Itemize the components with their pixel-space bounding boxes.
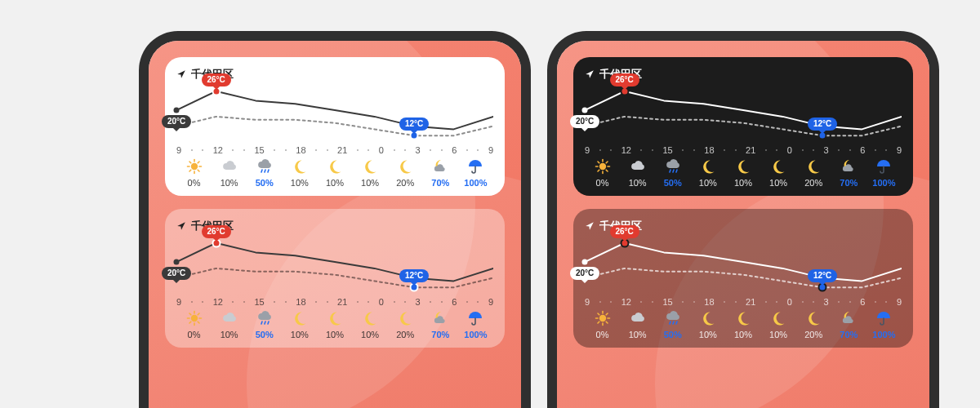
condition-cell: [282, 158, 317, 175]
hour-tick-dot: [232, 301, 234, 303]
hour-label: 9: [176, 145, 181, 155]
temp-badge-high: 26°C: [610, 73, 639, 86]
hour-tick-dot: [441, 301, 443, 303]
hour-tick-dot: [466, 149, 468, 151]
hour-tick-dot: [285, 301, 287, 303]
cloud-rain-icon: [256, 310, 273, 326]
hour-label: 9: [176, 297, 181, 307]
condition-cell: [212, 310, 247, 326]
condition-cell: [176, 310, 212, 326]
condition-cell: [317, 310, 352, 326]
condition-cell: [585, 310, 620, 326]
precip-value: 70%: [423, 178, 458, 188]
hour-axis: 9121518210369: [585, 145, 902, 155]
hour-tick-dot: [875, 301, 876, 303]
umbrella-icon: [875, 310, 892, 326]
hour-label: 12: [213, 297, 223, 307]
precip-row: 0%10%50%10%10%10%20%70%100%: [585, 330, 902, 339]
hour-tick-dot: [404, 149, 406, 151]
condition-cell: [725, 158, 760, 175]
hour-tick-dot: [724, 301, 725, 303]
hour-tick-dot: [735, 301, 737, 303]
condition-cell: [458, 310, 493, 326]
precip-value: 10%: [620, 178, 655, 188]
hour-tick-dot: [441, 149, 443, 151]
moon-cloud-icon: [840, 158, 857, 175]
hour-label: 12: [621, 145, 631, 155]
moon-icon: [327, 158, 343, 175]
temp-badge-high: 26°C: [202, 73, 231, 86]
precip-value: 10%: [725, 330, 760, 339]
hour-label: 0: [787, 297, 792, 307]
condition-cell: [761, 158, 796, 175]
precip-row: 0%10%50%10%10%10%20%70%100%: [176, 330, 493, 339]
weather-widget[interactable]: 千代田区 20°C 26°C 12°C 9121518210369 0%10%5…: [165, 209, 505, 348]
chart-point-start: [582, 108, 588, 113]
condition-cell: [690, 310, 725, 326]
hour-label: 21: [337, 145, 347, 155]
hour-tick-dot: [599, 301, 601, 303]
hour-tick-dot: [368, 149, 369, 151]
hour-tick-dot: [682, 301, 684, 303]
hour-tick-dot: [274, 301, 275, 303]
hour-tick-dot: [849, 301, 851, 303]
hour-label: 12: [621, 297, 631, 307]
hour-tick-dot: [610, 301, 612, 303]
moon-icon: [770, 158, 786, 175]
temp-badge-low: 12°C: [808, 269, 837, 282]
sun-icon: [595, 310, 611, 326]
precip-row: 0%10%50%10%10%10%20%70%100%: [585, 178, 902, 188]
condition-cell: [831, 158, 866, 175]
hour-tick-dot: [430, 301, 431, 303]
moon-icon: [362, 310, 378, 326]
sun-icon: [595, 158, 611, 175]
condition-cell: [866, 158, 902, 175]
condition-cell: [655, 158, 690, 175]
precip-value: 10%: [690, 330, 725, 339]
location-arrow-icon: [585, 69, 595, 79]
precip-row: 0%10%50%10%10%10%20%70%100%: [176, 178, 493, 188]
sun-icon: [186, 158, 203, 175]
precip-value: 50%: [655, 178, 690, 188]
hour-label: 0: [379, 145, 384, 155]
hour-tick-dot: [274, 149, 275, 151]
hour-tick-dot: [430, 149, 431, 151]
hour-label: 0: [787, 145, 792, 155]
hour-label: 21: [746, 297, 755, 307]
cloud-rain-icon: [256, 158, 273, 175]
precip-value: 50%: [247, 178, 282, 188]
hour-tick-dot: [652, 149, 653, 151]
temperature-chart: 20°C 26°C 12°C: [176, 85, 493, 142]
hour-tick-dot: [357, 149, 359, 151]
hour-label: 6: [452, 145, 457, 155]
condition-row: [176, 310, 493, 326]
hour-tick-dot: [802, 301, 804, 303]
hour-tick-dot: [202, 149, 203, 151]
weather-widget[interactable]: 千代田区 20°C 26°C 12°C 9121518210369 0%10%5…: [573, 209, 913, 348]
hour-tick-dot: [724, 149, 725, 151]
hour-tick-dot: [610, 149, 612, 151]
weather-widget[interactable]: 千代田区 20°C 26°C 12°C 9121518210369 0%10%5…: [165, 57, 505, 196]
condition-cell: [620, 158, 655, 175]
hour-tick-dot: [466, 301, 468, 303]
hour-tick-dot: [640, 301, 642, 303]
precip-value: 0%: [585, 178, 620, 188]
hour-tick-dot: [765, 301, 767, 303]
umbrella-icon: [467, 310, 483, 326]
hour-tick-dot: [477, 149, 479, 151]
hour-label: 9: [897, 145, 902, 155]
condition-cell: [866, 310, 902, 326]
hour-tick-dot: [243, 301, 245, 303]
weather-widget[interactable]: 千代田区 20°C 26°C 12°C 9121518210369 0%10%5…: [573, 57, 913, 196]
hour-tick-dot: [368, 301, 369, 303]
precip-value: 10%: [620, 330, 655, 339]
hour-tick-dot: [394, 149, 395, 151]
precip-value: 10%: [353, 178, 388, 188]
condition-row: [176, 158, 493, 175]
hour-tick-dot: [849, 149, 851, 151]
condition-cell: [690, 158, 725, 175]
condition-cell: [388, 158, 423, 175]
hour-axis: 9121518210369: [176, 297, 493, 307]
moon-icon: [770, 310, 786, 326]
moon-icon: [292, 310, 308, 326]
